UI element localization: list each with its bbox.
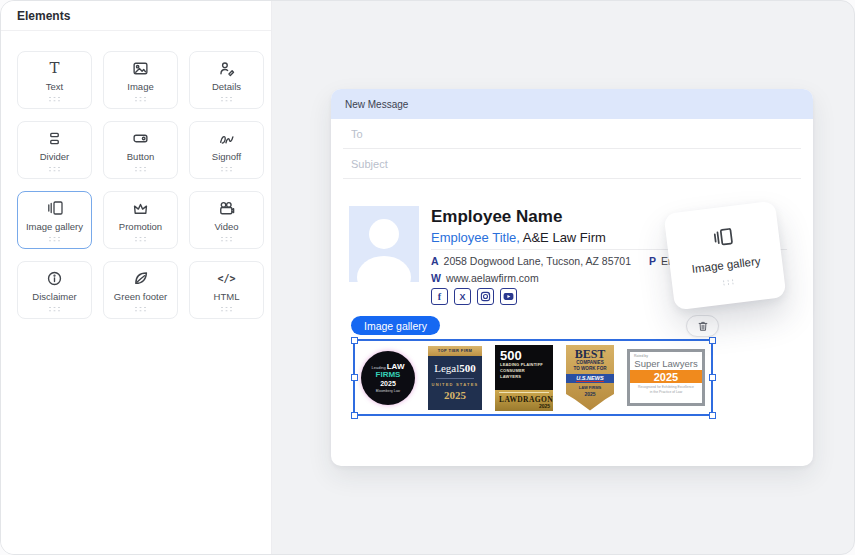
element-tile-image[interactable]: Image — [103, 51, 178, 109]
drag-handle-icon — [49, 307, 60, 312]
avatar — [349, 206, 419, 282]
to-field-row — [343, 119, 801, 149]
badge-legal-500: TOP TIER FIRM Legal500 UNITED STATES 202… — [428, 346, 482, 410]
video-icon — [218, 199, 235, 218]
trash-icon — [697, 320, 709, 332]
image-gallery-block-label[interactable]: Image gallery — [351, 316, 440, 335]
elements-sidebar: Elements T Text Image Details — [1, 1, 272, 554]
drag-handle-icon — [135, 97, 146, 102]
element-tile-divider[interactable]: Divider — [17, 121, 92, 179]
drag-handle-icon — [221, 97, 232, 102]
drag-handle-icon — [49, 237, 60, 242]
element-tile-disclaimer[interactable]: Disclaimer — [17, 261, 92, 319]
element-tile-image-gallery[interactable]: Image gallery — [17, 191, 92, 249]
badge-super-lawyers: Rated by Super Lawyers 2025 Recognized f… — [627, 349, 705, 406]
element-tile-details[interactable]: Details — [189, 51, 264, 109]
signature-company: A&E Law Firm — [523, 230, 606, 245]
drag-handle-icon — [135, 167, 146, 172]
signature-employee-name: Employee Name — [431, 207, 562, 227]
image-gallery-icon — [46, 199, 64, 218]
element-tile-signoff[interactable]: Signoff — [189, 121, 264, 179]
email-window-title: New Message — [345, 99, 408, 110]
badge-lawdragon-500: 500 LEADING PLAINTIFF CONSUMER LAWYERS L… — [495, 345, 553, 411]
green-footer-icon — [132, 269, 149, 288]
website-prefix: W — [431, 272, 441, 284]
selection-handle[interactable] — [351, 374, 358, 381]
sidebar-title: Elements — [1, 1, 271, 31]
avatar-shoulders-shape — [357, 256, 411, 282]
subject-field-row — [343, 149, 801, 179]
signature-employee-title: Employee Title, — [431, 230, 520, 245]
element-tile-html[interactable]: </> HTML — [189, 261, 264, 319]
image-gallery-block[interactable]: Leading LAW FIRMS 2025 Bloomberg Law TOP… — [353, 339, 713, 416]
phone-prefix: P — [649, 255, 656, 267]
selection-handle[interactable] — [351, 412, 358, 419]
drag-handle-icon — [221, 237, 232, 242]
dragging-image-gallery-card[interactable]: Image gallery — [664, 201, 787, 311]
signature-contact-row-2: W www.aelawfirm.com — [431, 272, 539, 284]
drag-handle-icon — [135, 237, 146, 242]
avatar-head-shape — [369, 219, 399, 249]
selection-handle[interactable] — [709, 374, 716, 381]
website-text: www.aelawfirm.com — [446, 272, 539, 284]
image-gallery-icon — [710, 225, 735, 253]
badge-usnews-best-companies: BEST COMPANIES TO WORK FOR U.S.NEWS LAW … — [566, 345, 614, 411]
selection-handle[interactable] — [709, 412, 716, 419]
button-icon — [132, 129, 149, 148]
badge-leading-law-firms: Leading LAW FIRMS 2025 Bloomberg Law — [361, 351, 415, 405]
drag-handle-icon — [221, 167, 232, 172]
element-tile-green-footer[interactable]: Green footer — [103, 261, 178, 319]
text-icon: T — [49, 59, 59, 78]
promotion-icon — [132, 199, 149, 218]
selection-handle[interactable] — [709, 337, 716, 344]
signature-title-line: Employee Title, A&E Law Firm — [431, 230, 606, 245]
email-window-titlebar: New Message — [331, 89, 813, 119]
element-tile-video[interactable]: Video — [189, 191, 264, 249]
signoff-icon — [218, 129, 235, 148]
disclaimer-icon — [46, 269, 63, 288]
social-icons-row: f X — [431, 288, 517, 305]
x-icon[interactable]: X — [454, 288, 471, 305]
signature-editor-screen: Elements T Text Image Details — [0, 0, 855, 555]
element-tile-button[interactable]: Button — [103, 121, 178, 179]
to-input[interactable] — [343, 128, 801, 140]
element-tile-promotion[interactable]: Promotion — [103, 191, 178, 249]
drag-handle-icon — [49, 97, 60, 102]
element-tiles-grid: T Text Image Details — [1, 31, 271, 339]
html-icon: </> — [217, 269, 235, 288]
drag-handle-icon — [135, 307, 146, 312]
address-prefix: A — [431, 255, 439, 267]
element-tile-text[interactable]: T Text — [17, 51, 92, 109]
selection-handle[interactable] — [351, 337, 358, 344]
drag-handle-icon — [723, 279, 735, 285]
delete-block-button[interactable] — [686, 315, 719, 337]
drag-handle-icon — [49, 167, 60, 172]
facebook-icon[interactable]: f — [431, 288, 448, 305]
instagram-icon[interactable] — [477, 288, 494, 305]
subject-input[interactable] — [343, 158, 801, 170]
drag-handle-icon — [221, 307, 232, 312]
details-icon — [218, 59, 235, 78]
youtube-icon[interactable] — [500, 288, 517, 305]
drag-card-label: Image gallery — [691, 255, 761, 275]
address-text: 2058 Dogwood Lane, Tucson, AZ 85701 — [444, 255, 631, 267]
divider-icon — [46, 129, 63, 148]
image-icon — [132, 59, 149, 78]
